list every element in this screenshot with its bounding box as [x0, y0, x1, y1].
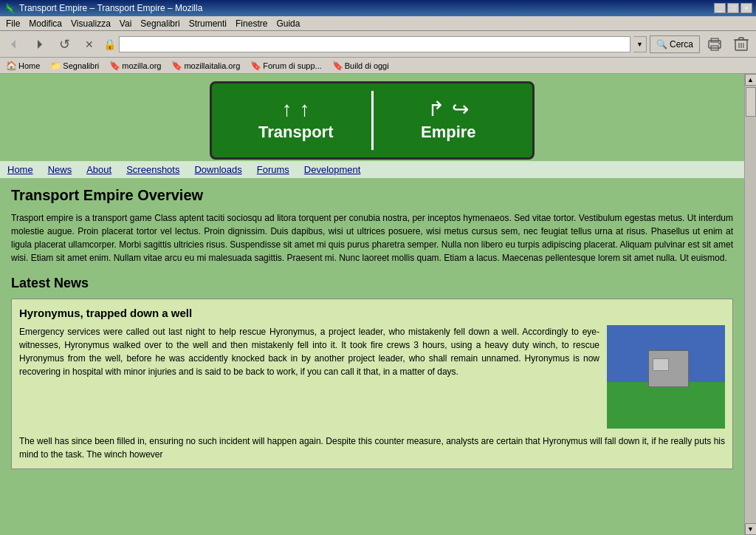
latest-news-title: Latest News	[11, 276, 733, 291]
logo-arrows-right: ↱ ↪	[427, 99, 469, 120]
bookmark-build[interactable]: 🔖 Build di oggi	[329, 60, 392, 72]
maximize-button[interactable]: □	[727, 3, 739, 13]
home-icon: 🏠	[6, 61, 17, 71]
address-icon: 🔒	[103, 38, 116, 50]
forward-icon	[33, 38, 45, 50]
arrow-up-2: ↑	[300, 99, 310, 120]
bookmark-icon-2: 🔖	[171, 61, 182, 71]
nav-screenshots[interactable]: Screenshots	[126, 164, 179, 175]
bookmark-mozillaitalia[interactable]: 🔖 mozillaitalia.org	[168, 60, 243, 72]
page-content: Transport Empire Overview Trasport empir…	[0, 180, 744, 484]
scroll-up-button[interactable]: ▲	[745, 74, 757, 86]
news-image-inner	[607, 325, 725, 429]
logo-left-text: Transport	[258, 123, 333, 142]
arrow-up-1: ↑	[282, 99, 292, 120]
overview-body: Trasport empire is a transport game Clas…	[11, 211, 733, 265]
content-area: ↑ ↑ Transport ↱ ↪ Empire Home News	[0, 74, 744, 535]
scroll-thumb[interactable]	[746, 87, 756, 117]
nav-news[interactable]: News	[48, 164, 72, 175]
menu-strumenti[interactable]: Strumenti	[185, 17, 231, 30]
menu-segnalibri[interactable]: Segnalibri	[136, 17, 184, 30]
news-item-1-body: Emergency services were called out last …	[19, 325, 725, 429]
news-item-1: Hyronymus, trapped down a well Emergency…	[11, 299, 733, 469]
nav-about[interactable]: About	[86, 164, 111, 175]
menu-guida[interactable]: Guida	[272, 17, 304, 30]
refresh-button[interactable]: ↺	[53, 34, 75, 55]
nav-downloads[interactable]: Downloads	[194, 164, 241, 175]
scroll-track[interactable]	[745, 86, 757, 523]
stop-button[interactable]: ✕	[78, 34, 100, 55]
folder-icon: 📁	[50, 61, 61, 71]
bookmarks-bar: 🏠 Home 📁 Segnalibri 🔖 mozilla.org 🔖 mozi…	[0, 58, 756, 74]
back-button[interactable]	[3, 34, 25, 55]
search-label: Cerca	[670, 39, 693, 50]
arrow-right-curve-1: ↱	[427, 99, 444, 120]
bookmark-mozilla[interactable]: 🔖 mozilla.org	[106, 60, 164, 72]
nav-development[interactable]: Development	[304, 164, 361, 175]
arrow-right-curve-2: ↪	[452, 99, 469, 120]
bookmark-icon-1: 🔖	[109, 61, 120, 71]
bookmark-icon-3: 🔖	[250, 61, 261, 71]
logo-arrows-left: ↑ ↑	[282, 99, 310, 120]
browser-main: ↑ ↑ Transport ↱ ↪ Empire Home News	[0, 74, 756, 535]
logo-divider	[371, 91, 374, 150]
delete-button[interactable]	[729, 34, 753, 55]
browser-icon: 🦎	[4, 3, 16, 14]
close-button[interactable]: ×	[740, 3, 752, 13]
toolbar: ↺ ✕ 🔒 ▼ 🔍 Cerca	[0, 31, 756, 58]
print-icon	[707, 36, 723, 52]
nav-forums[interactable]: Forums	[257, 164, 289, 175]
news-image-1	[607, 325, 725, 429]
logo-right: ↱ ↪ Empire	[379, 99, 518, 142]
menu-finestre[interactable]: Finestre	[231, 17, 272, 30]
logo-left: ↑ ↑ Transport	[227, 99, 365, 142]
game-ground	[607, 382, 725, 429]
search-icon: 🔍	[656, 39, 667, 50]
forward-button[interactable]	[28, 34, 50, 55]
menu-visualizza[interactable]: Visualizza	[66, 17, 115, 30]
site-header: ↑ ↑ Transport ↱ ↪ Empire	[0, 74, 744, 160]
address-bar-wrap: 🔒 ▼	[103, 36, 647, 52]
news-item-1-title: Hyronymus, trapped down a well	[19, 307, 725, 319]
site-nav: Home News About Screenshots Downloads Fo…	[0, 160, 744, 180]
print-button[interactable]	[703, 34, 726, 55]
svg-marker-0	[11, 40, 16, 49]
menu-file[interactable]: File	[1, 17, 24, 30]
scroll-down-button[interactable]: ▼	[745, 523, 757, 535]
bookmark-icon-4: 🔖	[332, 61, 343, 71]
menu-vai[interactable]: Vai	[115, 17, 136, 30]
site-logo: ↑ ↑ Transport ↱ ↪ Empire	[210, 81, 535, 160]
bookmark-segnalibri[interactable]: 📁 Segnalibri	[47, 60, 102, 72]
address-input[interactable]	[119, 36, 630, 52]
menubar: File Modifica Visualizza Vai Segnalibri …	[0, 16, 756, 31]
svg-marker-1	[38, 40, 42, 49]
scrollbar[interactable]: ▲ ▼	[744, 74, 756, 535]
back-icon	[8, 38, 20, 50]
logo-right-text: Empire	[421, 123, 476, 142]
search-button[interactable]: 🔍 Cerca	[650, 35, 700, 53]
bookmark-home[interactable]: 🏠 Home	[3, 60, 43, 72]
news-item-1-cont: The well has since been filled in, ensur…	[19, 435, 725, 461]
address-dropdown[interactable]: ▼	[633, 36, 647, 52]
bookmark-forum[interactable]: 🔖 Forum di supp...	[247, 60, 324, 72]
nav-home[interactable]: Home	[7, 164, 33, 175]
window-title: 🦎 Transport Empire – Transport Empire – …	[4, 3, 202, 14]
game-building	[648, 350, 689, 387]
window-controls[interactable]: _ □ ×	[714, 3, 752, 13]
svg-point-5	[718, 43, 720, 44]
trash-icon	[734, 36, 749, 52]
minimize-button[interactable]: _	[714, 3, 726, 13]
news-item-1-text: Emergency services were called out last …	[19, 325, 599, 378]
window-titlebar: 🦎 Transport Empire – Transport Empire – …	[0, 0, 756, 16]
page-title: Transport Empire Overview	[11, 187, 733, 204]
menu-modifica[interactable]: Modifica	[24, 17, 66, 30]
